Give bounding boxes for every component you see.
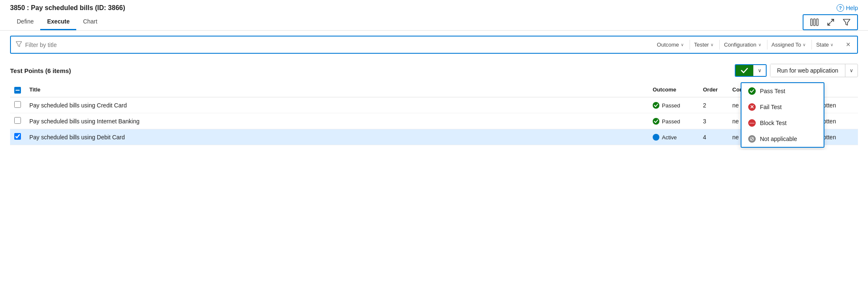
assigned-to-dropdown[interactable]: Assigned To ∨	[767, 40, 810, 50]
configuration-dropdown[interactable]: Configuration ∨	[719, 40, 765, 50]
configuration-chevron-icon: ∨	[758, 42, 761, 47]
filter-button[interactable]	[840, 17, 854, 28]
svg-line-8	[751, 138, 753, 140]
svg-point-9	[654, 136, 658, 139]
row-outcome: Active	[648, 129, 699, 145]
page-header: 3850 : Pay scheduled bills (ID: 3866) ? …	[0, 0, 868, 14]
row-order: 2	[699, 97, 728, 113]
check-dropdown-button[interactable]: ∨	[735, 64, 767, 77]
svg-line-4	[828, 23, 830, 25]
pass-icon	[748, 87, 756, 95]
row-title: Pay scheduled bills using Debit Card	[25, 129, 648, 145]
check-chevron-button[interactable]: ∨	[753, 65, 766, 76]
svg-line-3	[831, 19, 834, 22]
table-row: Pay scheduled bills using Credit Card Pa…	[10, 97, 858, 113]
passed-icon	[653, 102, 659, 109]
filter-bar: Outcome ∨ Tester ∨ Configuration ∨ Assig…	[10, 36, 858, 54]
tab-toolbar	[803, 14, 858, 30]
row-outcome: Passed	[648, 97, 699, 113]
run-chevron-button[interactable]: ∨	[845, 65, 858, 76]
tester-dropdown[interactable]: Tester ∨	[690, 40, 718, 50]
tab-bar: Define Execute Chart	[0, 14, 868, 31]
not-applicable-label: Not applicable	[760, 136, 797, 142]
row-outcome: Passed	[648, 113, 699, 129]
header-select-all-checkbox[interactable]	[14, 87, 21, 94]
outcome-badge: Active	[653, 134, 677, 141]
expand-button[interactable]	[824, 17, 838, 28]
not-applicable-item[interactable]: Not applicable	[741, 131, 824, 147]
row-order: 4	[699, 129, 728, 145]
columns-button[interactable]	[807, 17, 822, 28]
minus-icon	[16, 90, 20, 91]
outcome-badge: Passed	[653, 118, 680, 125]
state-chevron-icon: ∨	[830, 42, 833, 47]
run-for-web-button[interactable]: Run for web application	[770, 64, 845, 77]
block-icon: —	[748, 119, 756, 127]
table-row: Pay scheduled bills using Internet Banki…	[10, 113, 858, 129]
tester-chevron-icon: ∨	[710, 42, 713, 47]
test-points-header: Test Points (6 items) ∨ Run for web appl…	[10, 64, 858, 77]
filter-dropdowns: Outcome ∨ Tester ∨ Configuration ∨ Assig…	[653, 40, 837, 50]
pass-test-item[interactable]: Pass Test	[741, 83, 824, 99]
check-main-button[interactable]	[736, 65, 753, 76]
test-points-actions: ∨ Run for web application ∨ Pass Test	[735, 64, 858, 77]
outcome-badge: Passed	[653, 102, 680, 109]
filter-input-area	[16, 41, 649, 48]
outcome-dropdown[interactable]: Outcome ∨	[653, 40, 688, 50]
row-checkbox-cell	[10, 113, 25, 129]
tab-define[interactable]: Define	[10, 15, 40, 30]
filter-input[interactable]	[25, 42, 649, 48]
svg-rect-2	[816, 19, 818, 26]
row-order: 3	[699, 113, 728, 129]
active-icon	[653, 134, 659, 141]
pass-test-label: Pass Test	[760, 88, 785, 94]
content-area: Test Points (6 items) ∨ Run for web appl…	[0, 59, 868, 150]
fail-test-label: Fail Test	[760, 104, 782, 110]
tab-execute[interactable]: Execute	[40, 15, 76, 30]
row-title: Pay scheduled bills using Internet Banki…	[25, 113, 648, 129]
block-test-item[interactable]: — Block Test	[741, 115, 824, 131]
row-select-checkbox[interactable]	[14, 101, 21, 108]
header-checkbox-cell	[10, 82, 25, 97]
help-circle-icon: ?	[837, 4, 844, 12]
outcome-dropdown-menu: Pass Test ✕ Fail Test — Block Test	[741, 82, 824, 148]
run-button-group: Run for web application ∨	[770, 64, 858, 77]
help-link[interactable]: ? Help	[837, 4, 858, 12]
svg-marker-5	[843, 19, 850, 25]
order-column-header: Order	[699, 82, 728, 97]
passed-icon	[653, 118, 659, 125]
outcome-column-header: Outcome	[648, 82, 699, 97]
state-dropdown[interactable]: State ∨	[811, 40, 837, 50]
assigned-to-chevron-icon: ∨	[803, 42, 806, 47]
svg-rect-0	[811, 19, 812, 26]
na-icon	[748, 135, 756, 143]
tabs: Define Execute Chart	[10, 15, 104, 30]
title-column-header: Title	[25, 82, 648, 97]
svg-marker-6	[16, 42, 22, 47]
row-checkbox-cell	[10, 129, 25, 145]
fail-icon: ✕	[748, 103, 756, 111]
block-test-label: Block Test	[760, 120, 787, 126]
table-row: Pay scheduled bills using Debit Card Act…	[10, 129, 858, 145]
row-select-checkbox[interactable]	[14, 117, 21, 124]
svg-rect-1	[814, 19, 815, 26]
filter-icon	[16, 41, 22, 48]
row-title: Pay scheduled bills using Credit Card	[25, 97, 648, 113]
fail-test-item[interactable]: ✕ Fail Test	[741, 99, 824, 115]
test-table: Title Outcome Order Configuration Tester…	[10, 82, 858, 145]
row-checkbox-cell	[10, 97, 25, 113]
row-select-checkbox[interactable]	[14, 133, 21, 140]
table-header-row: Title Outcome Order Configuration Tester	[10, 82, 858, 97]
test-points-title: Test Points (6 items)	[10, 67, 71, 74]
outcome-chevron-icon: ∨	[681, 42, 684, 47]
filter-clear-button[interactable]: ×	[844, 40, 852, 49]
help-label: Help	[846, 5, 858, 11]
page-title: 3850 : Pay scheduled bills (ID: 3866)	[10, 4, 125, 12]
tab-chart[interactable]: Chart	[76, 15, 104, 30]
